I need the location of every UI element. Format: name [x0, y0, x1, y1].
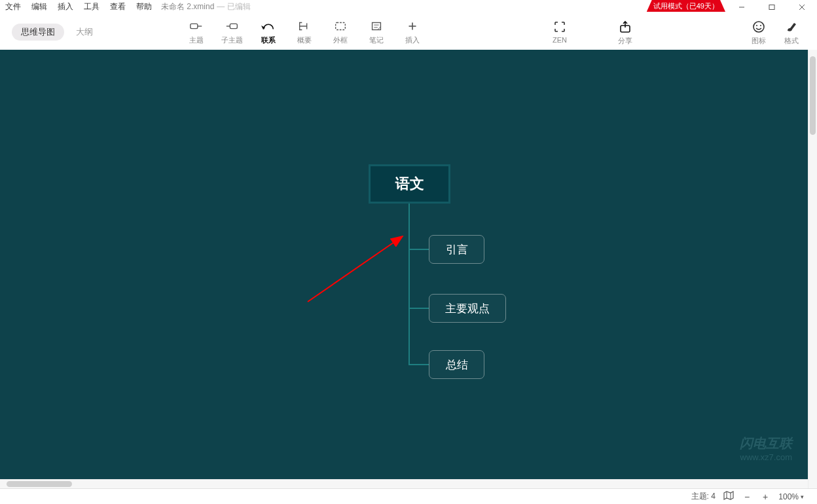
status-right: 主题: 4 − + 100% ▾	[691, 491, 804, 502]
tool-subtopic[interactable]: 子主题	[214, 18, 250, 45]
svg-point-16	[753, 22, 764, 32]
svg-rect-9	[335, 23, 345, 30]
document-title: 未命名 2.xmind	[161, 1, 214, 12]
horizontal-scrollbar-thumb[interactable]	[7, 481, 72, 487]
tool-insert-label: 插入	[405, 35, 420, 45]
tool-share[interactable]: 分享	[609, 19, 642, 46]
topic-icon	[189, 20, 204, 32]
svg-rect-1	[769, 5, 774, 9]
zen-icon	[553, 20, 566, 33]
watermark-line2: www.xz7.com	[740, 452, 792, 462]
svg-point-17	[756, 25, 757, 26]
vertical-scrollbar[interactable]	[808, 50, 817, 488]
boundary-icon	[333, 20, 348, 32]
tool-icons[interactable]: 图标	[742, 19, 775, 46]
tool-icons-label: 图标	[752, 36, 766, 46]
chevron-down-icon: ▾	[801, 494, 804, 500]
tool-relationship[interactable]: 联系	[250, 18, 286, 45]
zoom-in-button[interactable]: +	[760, 492, 771, 502]
svg-rect-10	[372, 23, 380, 30]
tool-summary[interactable]: 概要	[286, 18, 322, 45]
horizontal-scrollbar[interactable]	[0, 479, 808, 488]
tool-summary-label: 概要	[297, 35, 312, 45]
subtopic-icon	[225, 20, 240, 32]
view-mindmap-toggle[interactable]: 思维导图	[12, 24, 64, 41]
status-bar: 主题: 4 − + 100% ▾	[0, 488, 817, 504]
vertical-scrollbar-thumb[interactable]	[810, 56, 816, 135]
tool-topic[interactable]: 主题	[178, 18, 214, 45]
tool-note-label: 笔记	[369, 35, 384, 45]
mindmap-root-node[interactable]: 语文	[369, 164, 450, 204]
tool-zen-label: ZEN	[553, 36, 567, 44]
relationship-icon	[261, 20, 276, 32]
mindmap-child-node[interactable]: 总结	[429, 350, 484, 379]
zoom-dropdown[interactable]: 100% ▾	[778, 492, 804, 501]
tool-subtopic-label: 子主题	[221, 35, 243, 45]
window-controls	[727, 0, 817, 14]
connector-lines	[0, 50, 808, 479]
menu-insert[interactable]: 插入	[52, 0, 79, 14]
svg-rect-4	[190, 24, 197, 28]
summary-icon	[297, 20, 312, 32]
minimap-icon	[723, 491, 734, 500]
share-icon	[619, 20, 632, 33]
tool-insert[interactable]: 插入	[394, 18, 430, 45]
menu-edit[interactable]: 编辑	[26, 0, 52, 14]
menu-view[interactable]: 查看	[105, 0, 131, 14]
tool-boundary[interactable]: 外框	[322, 18, 358, 45]
svg-line-19	[308, 236, 403, 302]
plus-icon	[405, 20, 420, 32]
tool-note[interactable]: 笔记	[358, 18, 394, 45]
mindmap-child-node[interactable]: 主要观点	[429, 294, 506, 323]
close-icon	[799, 4, 805, 10]
menu-file[interactable]: 文件	[0, 0, 26, 14]
canvas-area: 语文 引言 主要观点 总结 闪电互联 www.xz7.com	[0, 50, 817, 488]
trial-mode-banner[interactable]: 试用模式（已49天）	[647, 0, 725, 12]
menu-bar: 文件 编辑 插入 工具 查看 帮助	[0, 0, 157, 14]
menu-help[interactable]: 帮助	[131, 0, 157, 14]
smile-icon	[752, 20, 765, 33]
topic-count: 主题: 4	[691, 491, 716, 502]
menu-tools[interactable]: 工具	[79, 0, 105, 14]
tool-format[interactable]: 格式	[775, 19, 808, 46]
tool-format-label: 格式	[784, 36, 799, 46]
document-status: — 已编辑	[217, 1, 250, 12]
topic-count-value: 4	[711, 492, 716, 501]
svg-rect-6	[230, 24, 237, 28]
maximize-icon	[769, 4, 775, 10]
annotation-arrow	[301, 233, 419, 312]
zoom-value: 100%	[778, 492, 799, 501]
svg-point-18	[760, 25, 761, 26]
window-close-button[interactable]	[787, 0, 817, 14]
watermark: 闪电互联 www.xz7.com	[740, 435, 792, 462]
watermark-line1: 闪电互联	[740, 435, 792, 452]
topic-count-label: 主题:	[691, 492, 709, 501]
zoom-out-button[interactable]: −	[742, 492, 752, 502]
tool-zen[interactable]: ZEN	[543, 19, 576, 46]
title-bar: 文件 编辑 插入 工具 查看 帮助 未命名 2.xmind — 已编辑 试用模式…	[0, 0, 817, 14]
view-outline-toggle[interactable]: 大纲	[76, 26, 93, 38]
note-icon	[369, 20, 384, 32]
tool-relationship-label: 联系	[261, 35, 276, 45]
mindmap-canvas[interactable]: 语文 引言 主要观点 总结 闪电互联 www.xz7.com	[0, 50, 808, 479]
window-maximize-button[interactable]	[757, 0, 787, 14]
mindmap-child-node[interactable]: 引言	[429, 235, 484, 264]
toolbar: 思维导图 大纲 主题 子主题 联系 概要 外框 笔记 插入	[0, 14, 817, 50]
brush-icon	[785, 20, 798, 33]
tool-boundary-label: 外框	[333, 35, 348, 45]
minimap-button[interactable]	[723, 491, 734, 502]
tool-share-label: 分享	[618, 36, 632, 46]
tool-topic-label: 主题	[189, 35, 204, 45]
window-minimize-button[interactable]	[727, 0, 757, 14]
minimize-icon	[738, 4, 745, 10]
